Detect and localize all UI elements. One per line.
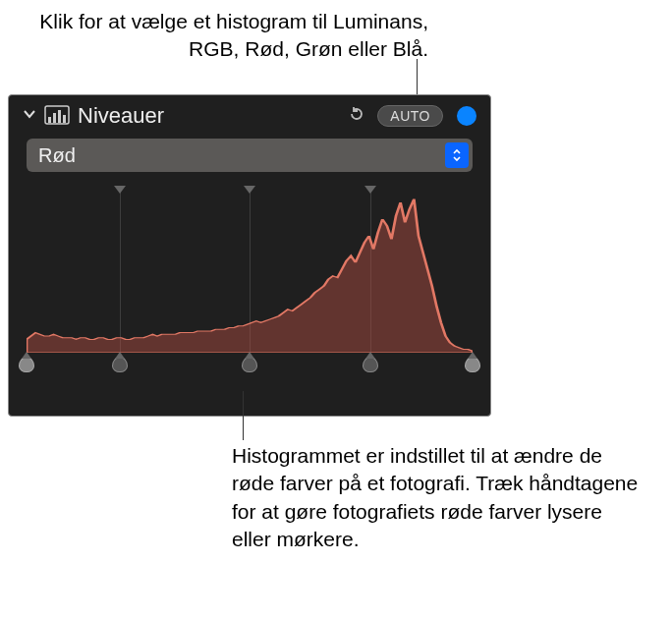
enabled-indicator-icon[interactable] [457,106,476,126]
panel-title: Niveauer [78,103,336,129]
white-point-handle[interactable] [465,357,480,372]
svg-rect-2 [53,113,56,123]
callout-top: Klik for at vælge et histogram til Lumin… [16,8,428,64]
midtones-handle[interactable] [242,357,257,372]
histogram-curve [27,186,473,353]
reset-icon[interactable] [344,105,369,128]
svg-rect-3 [58,110,61,123]
collapse-chevron-icon[interactable] [23,107,36,125]
callout-bottom: Histogrammet er indstillet til at ændre … [232,442,644,553]
histogram-slider-rail [27,353,473,380]
highlights-handle[interactable] [363,357,378,372]
black-point-handle[interactable] [19,357,34,372]
auto-button[interactable]: AUTO [377,105,443,127]
svg-rect-4 [63,115,66,123]
svg-rect-1 [48,117,51,123]
shadows-handle[interactable] [112,357,128,372]
histogram[interactable] [27,186,473,380]
channel-select-row: Rød [9,135,490,180]
levels-icon [44,105,70,127]
panel-header: Niveauer AUTO [9,95,490,135]
callout-leader-bottom [243,391,244,440]
updown-arrows-icon [445,142,469,168]
levels-panel: Niveauer AUTO Rød [8,94,491,417]
channel-select-label: Rød [38,144,76,167]
channel-select[interactable]: Rød [27,139,473,172]
